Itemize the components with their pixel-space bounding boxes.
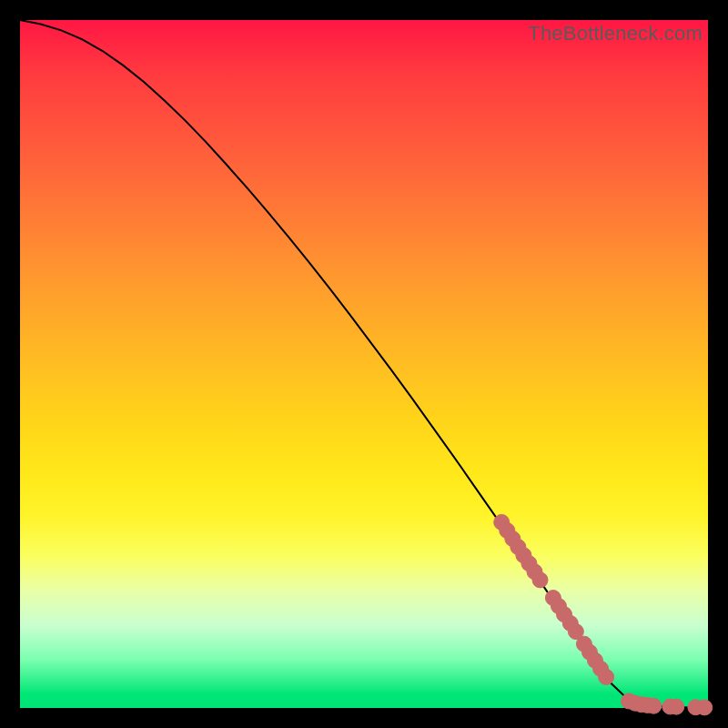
bottleneck-curve-line xyxy=(20,20,708,707)
data-marker xyxy=(646,698,662,713)
data-marker xyxy=(697,700,713,715)
chart-svg xyxy=(20,20,708,708)
data-marker xyxy=(532,572,548,588)
chart-frame: TheBottleneck.com xyxy=(20,20,708,708)
watermark-label: TheBottleneck.com xyxy=(528,22,703,46)
data-marker xyxy=(599,669,614,684)
data-marker xyxy=(669,699,684,714)
data-markers xyxy=(494,514,713,715)
